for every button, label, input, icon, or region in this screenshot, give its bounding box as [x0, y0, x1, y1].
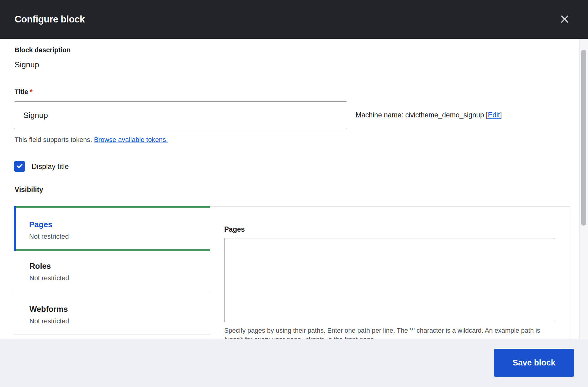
tab-webforms[interactable]: Webforms Not restricted — [14, 292, 210, 335]
title-label-text: Title — [15, 88, 28, 96]
tab-pages-summary: Not restricted — [29, 232, 210, 241]
tab-pages[interactable]: Pages Not restricted — [14, 206, 210, 251]
modal-footer: Save block — [0, 339, 588, 387]
close-button[interactable] — [557, 12, 572, 26]
block-description-value: Signup — [15, 60, 39, 69]
modal-header: Configure block — [0, 0, 588, 39]
required-marker: * — [30, 88, 33, 96]
title-input[interactable] — [14, 101, 347, 129]
visibility-label: Visibility — [15, 186, 43, 194]
vertical-scrollbar-thumb[interactable] — [581, 50, 586, 226]
tokens-help: This field supports tokens. Browse avail… — [15, 136, 168, 144]
modal-title: Configure block — [15, 14, 85, 25]
display-title-label: Display title — [32, 162, 69, 171]
pages-panel-heading: Pages — [224, 225, 570, 234]
machine-name-edit-link[interactable]: Edit — [488, 111, 500, 119]
active-tab-indicator — [14, 206, 16, 251]
tab-webforms-label: Webforms — [29, 304, 210, 314]
machine-name: Machine name: civictheme_demo_signup [Ed… — [356, 111, 502, 119]
pages-textarea[interactable] — [224, 238, 555, 322]
browse-tokens-link[interactable]: Browse available tokens. — [94, 136, 168, 143]
machine-name-bracket-close: ] — [500, 111, 502, 119]
save-block-button[interactable]: Save block — [494, 349, 574, 377]
vertical-scrollbar-track[interactable] — [579, 39, 588, 339]
tab-webforms-summary: Not restricted — [29, 317, 210, 325]
title-label: Title* — [15, 88, 32, 96]
tab-roles[interactable]: Roles Not restricted — [14, 251, 210, 292]
tab-pages-label: Pages — [29, 220, 210, 229]
configure-block-modal: Configure block Block description Signup… — [0, 0, 588, 387]
display-title-checkbox[interactable] — [14, 161, 25, 172]
machine-name-text: Machine name: civictheme_demo_signup — [356, 111, 486, 119]
display-title-row[interactable]: Display title — [14, 161, 69, 172]
close-icon — [560, 14, 569, 24]
checkmark-icon — [16, 162, 23, 171]
tab-roles-summary: Not restricted — [29, 274, 210, 282]
tokens-help-text: This field supports tokens. — [15, 136, 94, 143]
tab-roles-label: Roles — [29, 261, 210, 271]
block-description-label: Block description — [15, 46, 71, 54]
